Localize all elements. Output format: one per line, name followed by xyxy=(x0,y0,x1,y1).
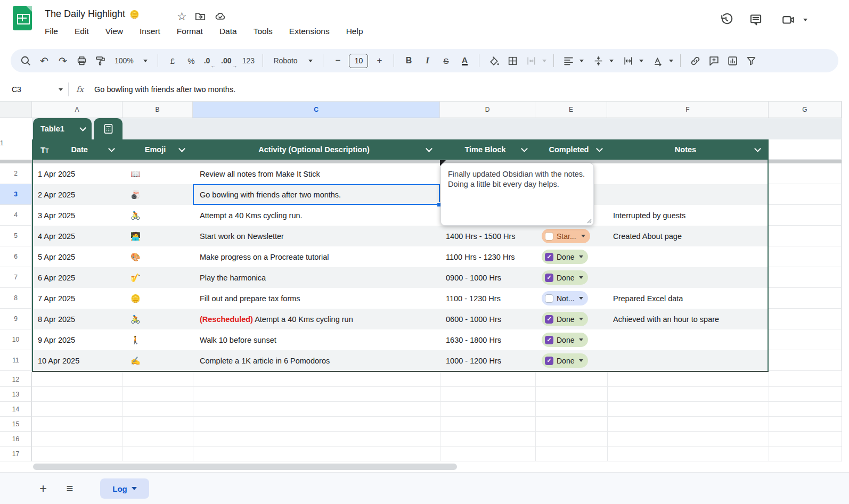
cell-date[interactable]: 1 Apr 2025 xyxy=(32,163,123,184)
zoom-select[interactable]: 100% xyxy=(111,53,151,69)
row-header-8[interactable]: 8 xyxy=(0,288,32,309)
cell-completed[interactable]: Done xyxy=(535,329,607,350)
chip-checkbox[interactable] xyxy=(545,357,553,365)
vertical-scrollbar[interactable] xyxy=(842,101,849,461)
header-date[interactable]: TT Date xyxy=(32,139,123,160)
header-emoji[interactable]: Emoji xyxy=(123,139,193,160)
cell-timeblock[interactable]: 1000 - 1200 Hrs xyxy=(440,350,535,371)
move-to-folder-icon[interactable] xyxy=(194,11,206,22)
cell-outside[interactable] xyxy=(769,139,842,160)
frozen-row-divider[interactable] xyxy=(0,160,849,163)
cell-outside[interactable] xyxy=(769,163,842,184)
undo-icon[interactable]: ↶ xyxy=(37,53,52,69)
increase-decimal-button[interactable]: .00→ xyxy=(221,53,237,69)
column-header-e[interactable]: E xyxy=(535,101,607,118)
row-header-6[interactable]: 6 xyxy=(0,246,32,267)
number-format-button[interactable]: 123 xyxy=(241,53,256,69)
cell-emoji[interactable]: 🚴 xyxy=(123,309,193,329)
bold-button[interactable]: B xyxy=(401,53,416,69)
chip-dropdown-icon[interactable] xyxy=(579,318,583,320)
menu-format[interactable]: Format xyxy=(176,26,204,37)
header-activity-chevron-icon[interactable] xyxy=(426,145,432,152)
cell-emoji[interactable]: 🪙 xyxy=(123,288,193,309)
cell-emoji[interactable]: ✍️ xyxy=(123,350,193,371)
cell-activity-selected[interactable]: Go bowling with friends after two months… xyxy=(193,184,440,205)
row-header-15[interactable]: 15 xyxy=(0,417,32,432)
column-header-g[interactable]: G xyxy=(769,101,842,118)
formula-input[interactable]: Go bowling with friends after two months… xyxy=(94,85,235,94)
paint-format-icon[interactable] xyxy=(93,53,108,69)
strikethrough-button[interactable]: S xyxy=(438,53,453,69)
version-history-icon[interactable] xyxy=(718,12,734,28)
cell-notes[interactable] xyxy=(607,267,769,288)
cell-date[interactable]: 5 Apr 2025 xyxy=(32,246,123,267)
redo-icon[interactable]: ↷ xyxy=(55,53,70,69)
merge-dropdown-icon[interactable] xyxy=(542,60,546,62)
cell-date[interactable]: 8 Apr 2025 xyxy=(32,309,123,329)
text-wrapping-icon[interactable] xyxy=(621,53,635,69)
currency-format-button[interactable]: £ xyxy=(165,53,180,69)
menu-extensions[interactable]: Extensions xyxy=(288,26,331,37)
column-header-f[interactable]: F xyxy=(607,101,769,118)
cell-notes[interactable]: Achieved with an hour to spare xyxy=(607,309,769,329)
text-color-button[interactable]: A xyxy=(457,53,472,69)
cell-timeblock[interactable]: 1400 Hrs - 1500 Hrs xyxy=(440,226,535,246)
row-header-7[interactable]: 7 xyxy=(0,267,32,288)
italic-button[interactable]: I xyxy=(420,53,435,69)
table-name-tab[interactable]: Table1 xyxy=(33,118,92,139)
increase-font-size-button[interactable]: + xyxy=(372,53,387,69)
vertical-align-icon[interactable] xyxy=(591,53,606,69)
cell-activity[interactable]: Walk 10 before sunset xyxy=(193,329,440,350)
menu-help[interactable]: Help xyxy=(345,26,364,37)
horizontal-align-icon[interactable] xyxy=(561,53,576,69)
insert-link-icon[interactable] xyxy=(688,53,703,69)
cell-timeblock[interactable]: 1100 Hrs - 1230 Hrs xyxy=(440,246,535,267)
row-header-4[interactable]: 4 xyxy=(0,205,32,226)
meet-dropdown-icon[interactable] xyxy=(803,19,807,21)
cell-notes[interactable] xyxy=(607,350,769,371)
cell-activity[interactable]: Review all notes from Make It Stick xyxy=(193,163,440,184)
borders-icon[interactable] xyxy=(505,53,520,69)
row-header-9[interactable]: 9 xyxy=(0,309,32,329)
cell-completed[interactable]: Not... xyxy=(535,288,607,309)
text-rotation-icon[interactable] xyxy=(650,53,665,69)
column-header-d[interactable]: D xyxy=(440,101,535,118)
cloud-status-icon[interactable] xyxy=(214,11,226,22)
cell-completed[interactable]: Done xyxy=(535,267,607,288)
all-sheets-button[interactable]: ≡ xyxy=(61,480,79,498)
cell-emoji[interactable]: 🧑‍💻 xyxy=(123,226,193,246)
chip-dropdown-icon[interactable] xyxy=(579,255,583,258)
insert-chart-icon[interactable] xyxy=(725,53,740,69)
menu-file[interactable]: File xyxy=(44,26,59,37)
cell-activity[interactable]: (Rescheduled) Atempt a 40 Kms cycling ru… xyxy=(193,309,440,329)
header-timeblock[interactable]: Time Block xyxy=(440,139,535,160)
completed-chip[interactable]: Done xyxy=(542,333,588,347)
row-header-16[interactable]: 16 xyxy=(0,432,32,447)
cell-timeblock[interactable]: 1100 - 1230 Hrs xyxy=(440,288,535,309)
cell-date[interactable]: 4 Apr 2025 xyxy=(32,226,123,246)
comment-history-icon[interactable] xyxy=(748,12,764,28)
cell-notes[interactable]: Created About page xyxy=(607,226,769,246)
sheet-tab-dropdown-icon[interactable] xyxy=(132,487,137,490)
cell-activity[interactable]: Play the harmonica xyxy=(193,267,440,288)
row-header-3[interactable]: 3 xyxy=(0,184,32,205)
cell-outside[interactable] xyxy=(769,205,842,226)
menu-edit[interactable]: Edit xyxy=(74,26,90,37)
cell-outside[interactable] xyxy=(769,329,842,350)
row-header-17[interactable]: 17 xyxy=(0,447,32,461)
completed-chip[interactable]: Done xyxy=(542,353,588,368)
cell-date[interactable]: 7 Apr 2025 xyxy=(32,288,123,309)
cell-outside[interactable] xyxy=(769,350,842,371)
insert-comment-icon[interactable] xyxy=(706,53,721,69)
cell-timeblock[interactable]: 1630 - 1800 Hrs xyxy=(440,329,535,350)
cell-notes[interactable]: Interrupted by guests xyxy=(607,205,769,226)
completed-chip[interactable]: Done xyxy=(542,270,588,285)
chip-checkbox[interactable] xyxy=(545,336,553,344)
chip-checkbox[interactable] xyxy=(545,274,553,282)
chip-checkbox[interactable] xyxy=(545,315,553,324)
cell-completed[interactable]: Done xyxy=(535,309,607,329)
menu-view[interactable]: View xyxy=(104,26,124,37)
percent-format-button[interactable]: % xyxy=(184,53,199,69)
cell-date[interactable]: 6 Apr 2025 xyxy=(32,267,123,288)
name-box[interactable]: C3 xyxy=(0,85,63,94)
